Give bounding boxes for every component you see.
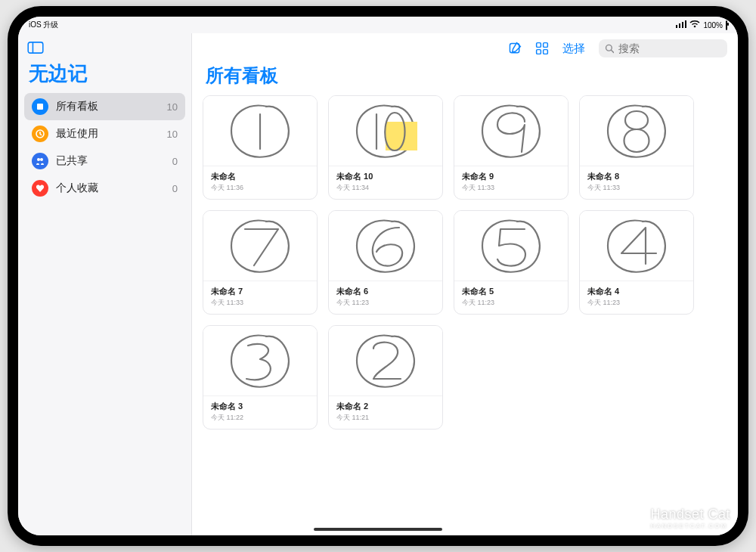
svg-rect-1 bbox=[679, 23, 680, 28]
sidebar-item-favorite[interactable]: 个人收藏0 bbox=[24, 175, 185, 202]
boards-icon bbox=[32, 98, 48, 115]
board-thumbnail bbox=[580, 211, 693, 281]
board-meta: 未命名 2今天 11:21 bbox=[329, 395, 442, 429]
svg-rect-15 bbox=[544, 50, 548, 54]
sidebar-item-all[interactable]: 所有看板10 bbox=[24, 93, 185, 120]
signal-icon bbox=[676, 20, 686, 29]
board-thumbnail bbox=[580, 96, 693, 166]
board-time: 今天 11:22 bbox=[211, 413, 309, 423]
board-meta: 未命名 10今天 11:34 bbox=[329, 166, 442, 199]
boards-grid: 未命名今天 11:36未命名 10今天 11:34未命名 9今天 11:33未命… bbox=[192, 95, 738, 440]
board-time: 今天 11:36 bbox=[211, 183, 309, 193]
board-time: 今天 11:33 bbox=[462, 183, 560, 193]
sidebar-toggle-button[interactable] bbox=[26, 39, 45, 56]
sidebar-item-label: 已共享 bbox=[56, 154, 88, 168]
grid-icon bbox=[535, 42, 549, 55]
board-thumbnail bbox=[203, 326, 317, 395]
device-frame: iOS 升级 100% bbox=[8, 6, 748, 546]
board-time: 今天 11:23 bbox=[336, 298, 435, 308]
board-meta: 未命名 5今天 11:23 bbox=[454, 281, 568, 314]
board-card[interactable]: 未命名今天 11:36 bbox=[203, 95, 318, 200]
clock-icon bbox=[32, 126, 48, 142]
sidebar-item-count: 0 bbox=[172, 183, 178, 194]
board-title: 未命名 2 bbox=[336, 401, 435, 412]
board-time: 今天 11:21 bbox=[336, 413, 435, 423]
board-card[interactable]: 未命名 5今天 11:23 bbox=[454, 210, 569, 315]
board-card[interactable]: 未命名 2今天 11:21 bbox=[328, 325, 443, 430]
main: 选择 所有看板 未命名今天 11:36未命名 10今天 11:34未命名 9今天… bbox=[192, 33, 738, 535]
svg-rect-13 bbox=[544, 43, 548, 48]
board-meta: 未命名 6今天 11:23 bbox=[329, 281, 442, 314]
sidebar-item-count: 0 bbox=[172, 156, 178, 167]
wifi-icon bbox=[689, 20, 700, 29]
page-title: 所有看板 bbox=[192, 64, 738, 95]
board-time: 今天 11:23 bbox=[587, 298, 686, 308]
sidebar-list: 所有看板10最近使用10已共享0个人收藏0 bbox=[18, 93, 191, 202]
sidebar: 无边记 所有看板10最近使用10已共享0个人收藏0 bbox=[18, 33, 192, 535]
screen: iOS 升级 100% bbox=[18, 17, 738, 535]
board-title: 未命名 5 bbox=[462, 286, 560, 297]
home-indicator[interactable] bbox=[314, 528, 442, 531]
board-thumbnail bbox=[329, 326, 442, 395]
board-card[interactable]: 未命名 10今天 11:34 bbox=[328, 95, 443, 200]
compose-icon bbox=[508, 42, 522, 55]
board-title: 未命名 3 bbox=[211, 401, 309, 412]
board-meta: 未命名 3今天 11:22 bbox=[203, 395, 317, 429]
svg-rect-7 bbox=[37, 104, 43, 110]
board-meta: 未命名 9今天 11:33 bbox=[454, 166, 568, 199]
board-title: 未命名 4 bbox=[587, 286, 686, 297]
board-thumbnail bbox=[329, 211, 442, 281]
sidebar-item-label: 所有看板 bbox=[56, 100, 98, 113]
board-title: 未命名 7 bbox=[211, 286, 309, 297]
board-card[interactable]: 未命名 3今天 11:22 bbox=[203, 325, 318, 430]
board-thumbnail bbox=[454, 211, 568, 281]
toolbar: 选择 bbox=[192, 33, 738, 64]
board-meta: 未命名 7今天 11:33 bbox=[203, 281, 317, 314]
board-title: 未命名 10 bbox=[336, 171, 435, 182]
status-bar: iOS 升级 100% bbox=[18, 17, 738, 33]
board-time: 今天 11:34 bbox=[336, 183, 435, 193]
select-button[interactable]: 选择 bbox=[562, 42, 585, 56]
status-right: 100% bbox=[676, 20, 727, 29]
board-card[interactable]: 未命名 4今天 11:23 bbox=[579, 210, 694, 315]
search-input[interactable] bbox=[618, 42, 721, 54]
board-title: 未命名 8 bbox=[587, 171, 686, 182]
board-thumbnail bbox=[203, 211, 317, 281]
board-thumbnail bbox=[329, 96, 442, 166]
sidebar-item-label: 最近使用 bbox=[56, 127, 98, 141]
board-card[interactable]: 未命名 7今天 11:33 bbox=[203, 210, 318, 315]
board-thumbnail bbox=[454, 96, 568, 166]
svg-point-4 bbox=[694, 26, 696, 28]
sidebar-icon bbox=[27, 42, 44, 54]
svg-rect-3 bbox=[685, 20, 686, 28]
search-icon bbox=[605, 43, 614, 54]
svg-rect-5 bbox=[28, 42, 43, 53]
search-field[interactable] bbox=[599, 39, 727, 57]
svg-point-10 bbox=[40, 158, 43, 161]
board-title: 未命名 bbox=[211, 171, 309, 182]
board-title: 未命名 6 bbox=[336, 286, 435, 297]
new-board-button[interactable] bbox=[508, 42, 522, 55]
sidebar-item-shared[interactable]: 已共享0 bbox=[24, 147, 185, 175]
svg-line-17 bbox=[611, 50, 613, 52]
sidebar-item-recent[interactable]: 最近使用10 bbox=[24, 120, 185, 147]
svg-rect-12 bbox=[537, 43, 541, 48]
svg-rect-2 bbox=[682, 22, 683, 28]
status-left-text: iOS 升级 bbox=[29, 20, 58, 30]
heart-icon bbox=[32, 180, 48, 197]
board-title: 未命名 9 bbox=[462, 171, 560, 182]
board-card[interactable]: 未命名 6今天 11:23 bbox=[328, 210, 443, 315]
board-time: 今天 11:33 bbox=[211, 298, 309, 308]
sidebar-item-count: 10 bbox=[167, 101, 178, 113]
board-time: 今天 11:23 bbox=[462, 298, 560, 308]
board-card[interactable]: 未命名 8今天 11:33 bbox=[579, 95, 694, 200]
board-time: 今天 11:33 bbox=[587, 183, 686, 193]
svg-rect-0 bbox=[676, 25, 677, 28]
board-thumbnail bbox=[203, 96, 317, 166]
svg-rect-14 bbox=[537, 50, 541, 54]
battery-icon bbox=[726, 21, 727, 29]
sidebar-item-label: 个人收藏 bbox=[56, 181, 98, 195]
layout-button[interactable] bbox=[535, 42, 549, 55]
board-card[interactable]: 未命名 9今天 11:33 bbox=[454, 95, 569, 200]
battery-text: 100% bbox=[703, 21, 723, 29]
